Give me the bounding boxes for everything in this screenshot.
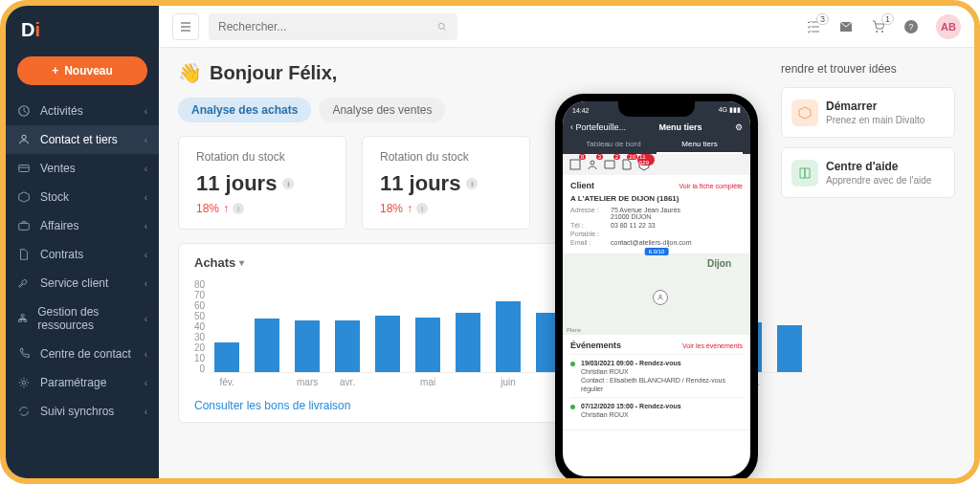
phone-section-link[interactable]: Voir la fiche complète	[679, 183, 743, 189]
phone-tab-dashboard[interactable]: Tableau de bord	[570, 136, 657, 154]
phone-client-email: contact@ateliers-dijon.com	[611, 239, 692, 246]
kpi-delta: 18%	[196, 202, 219, 215]
sidebar-item-label: Gestion des ressources	[37, 305, 134, 332]
help-button[interactable]: ?	[903, 19, 919, 34]
arrow-up-icon: ↑	[223, 202, 229, 215]
sidebar-item-synchros[interactable]: Suivi synchros ‹	[6, 397, 159, 426]
sidebar-item-label: Ventes	[40, 162, 76, 175]
svg-rect-6	[18, 319, 21, 321]
info-icon[interactable]: i	[466, 178, 478, 189]
chevron-left-icon: ‹	[145, 106, 147, 117]
sidebar-item-label: Service client	[40, 276, 108, 290]
event-who: Christian ROUX	[581, 367, 743, 376]
file-icon	[17, 248, 31, 261]
sidebar-item-label: Stock	[40, 190, 69, 204]
sidebar-item-activites[interactable]: Activités ‹	[6, 97, 159, 125]
tab-ventes[interactable]: Analyse des ventes	[319, 98, 445, 122]
phone-badge[interactable]: 2	[603, 158, 616, 171]
sidebar-item-label: Centre de contact	[40, 347, 131, 361]
kpi-delta: 18%	[380, 202, 403, 215]
phone-client-name: A L'ATELIER DE DIJON (1861)	[570, 194, 743, 203]
greeting-text: Bonjour Félix,	[210, 62, 337, 84]
info-icon[interactable]: i	[282, 178, 294, 189]
sidebar-item-centre-contact[interactable]: Centre de contact ‹	[6, 340, 159, 368]
event-note: Contact : Elisabeth BLANCHARD / Rendez-v…	[581, 376, 743, 393]
phone-badge[interactable]: 11 629	[637, 158, 651, 171]
sidebar-item-ventes[interactable]: Ventes ‹	[6, 154, 159, 183]
logo: Di	[6, 6, 159, 51]
tab-achats[interactable]: Analyse des achats	[178, 98, 311, 122]
cube-icon	[791, 99, 818, 126]
phone-map-city: Dijon	[707, 258, 731, 269]
plus-icon: +	[52, 64, 58, 77]
card-title: Centre d'aide	[826, 160, 945, 173]
chart-bar	[214, 342, 239, 372]
new-button-label: Nouveau	[64, 64, 113, 77]
chevron-left-icon: ‹	[145, 407, 147, 417]
svg-rect-2	[19, 165, 30, 172]
phone-section-title: Client	[570, 181, 594, 190]
chevron-down-icon[interactable]: ▾	[239, 257, 244, 268]
phone-map[interactable]: 6.0/10 Dijon Plans	[563, 254, 750, 335]
start-card[interactable]: Démarrer Prenez en main Divalto	[781, 87, 955, 138]
chart-bar	[295, 320, 320, 372]
phone-badge[interactable]: 20	[620, 158, 634, 171]
new-button[interactable]: + Nouveau	[17, 56, 147, 85]
phone-badge[interactable]: 8	[568, 158, 582, 171]
chevron-left-icon: ‹	[145, 135, 147, 145]
phone-event-item[interactable]: 19/03/2021 09:00 - Rendez-vous Christian…	[570, 354, 743, 397]
label: Adresse :	[570, 207, 605, 220]
chart-bar	[335, 320, 360, 372]
phone-network: 4G	[719, 106, 727, 113]
event-who: Christian ROUX	[581, 410, 681, 419]
avatar[interactable]: AB	[936, 14, 961, 39]
search-input[interactable]	[218, 20, 429, 33]
book-icon	[791, 160, 818, 187]
map-pin-icon	[653, 290, 668, 305]
chevron-left-icon: ‹	[145, 192, 147, 203]
sidebar-item-contact[interactable]: Contact et tiers ‹	[6, 125, 159, 154]
svg-point-17	[659, 295, 662, 297]
phone-map-attrib: Plans	[567, 327, 581, 333]
phone-header: ‹ Portefeuille... Menu tiers ⚙ Tableau d…	[563, 119, 750, 154]
sidebar-item-gestion[interactable]: Gestion des ressources ‹	[6, 297, 159, 340]
phone-section-link[interactable]: Voir les événements	[682, 342, 743, 349]
contact-icon	[17, 133, 31, 146]
svg-point-9	[438, 23, 444, 29]
phone-event-item[interactable]: 07/12/2020 15:00 - Rendez-vous Christian…	[570, 397, 743, 423]
kpi-card-rotation-1: Rotation du stock 11 joursi 18%↑i	[178, 136, 346, 230]
chevron-left-icon: ‹	[145, 378, 147, 388]
phone-tab-menu-tiers[interactable]: Menu tiers	[657, 136, 743, 154]
sidebar-item-contrats[interactable]: Contrats ‹	[6, 240, 159, 269]
chart-bar	[375, 316, 400, 372]
sidebar-item-affaires[interactable]: Affaires ‹	[6, 211, 159, 240]
phone-title: Menu tiers	[659, 122, 702, 132]
info-icon[interactable]: i	[233, 203, 244, 214]
phone-badge[interactable]: 3	[586, 158, 599, 171]
right-panel-heading: rendre et trouver idées	[781, 61, 955, 77]
menu-toggle[interactable]	[172, 13, 199, 40]
gear-icon[interactable]: ⚙	[735, 122, 743, 132]
help-card[interactable]: Centre d'aide Apprendre avec de l'aide	[781, 147, 955, 198]
phone-back[interactable]: ‹ Portefeuille...	[570, 122, 626, 132]
phone-client-section: Client Voir la fiche complète A L'ATELIE…	[563, 175, 750, 254]
cart-button[interactable]: 1	[871, 19, 886, 34]
phone-icon	[17, 347, 31, 361]
sidebar-item-parametrage[interactable]: Paramétrage ‹	[6, 368, 159, 397]
mail-button[interactable]	[838, 19, 854, 34]
phone-events-section: Événements Voir les événements 19/03/202…	[563, 335, 750, 430]
chart-title: Achats	[194, 255, 235, 270]
chevron-left-icon: ‹	[145, 278, 147, 289]
svg-point-12	[881, 31, 883, 33]
search-box[interactable]	[209, 13, 457, 40]
tasks-button[interactable]: 3	[806, 19, 821, 34]
sidebar-item-stock[interactable]: Stock ‹	[6, 183, 159, 211]
gear-icon	[17, 376, 31, 389]
svg-point-8	[22, 381, 26, 385]
sidebar-item-service[interactable]: Service client ‹	[6, 269, 159, 297]
sidebar-item-label: Activités	[40, 104, 83, 118]
kpi-value: 11 jours	[380, 171, 460, 196]
wave-icon: 👋	[178, 61, 202, 84]
info-icon[interactable]: i	[416, 203, 428, 214]
sidebar: Di + Nouveau Activités ‹ Contact et tier…	[6, 6, 159, 478]
